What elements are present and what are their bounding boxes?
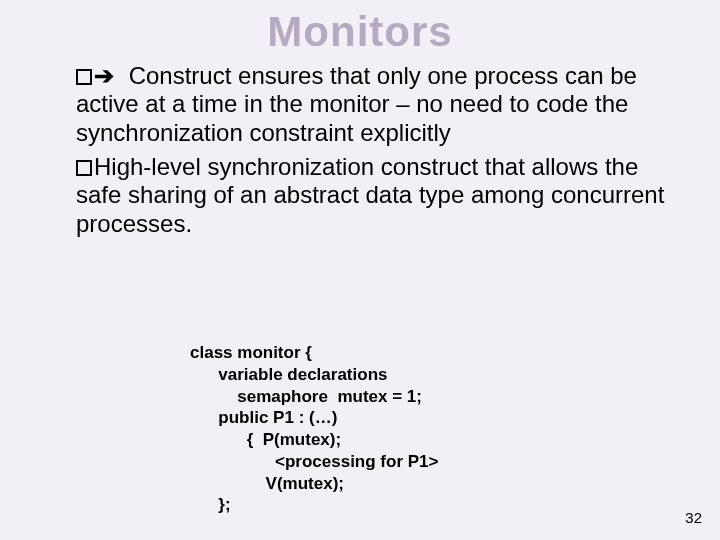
code-line-7: }; xyxy=(190,495,231,514)
bullet-1-text: Construct ensures that only one process … xyxy=(76,62,637,146)
bullet-marker-square-icon xyxy=(76,153,94,181)
code-block: class monitor { variable declarations se… xyxy=(190,342,438,516)
code-line-5: <processing for P1> xyxy=(190,452,438,471)
code-line-0: class monitor { xyxy=(190,343,312,362)
bullet-2-text: High-level synchronization construct tha… xyxy=(76,153,664,237)
code-line-2: semaphore mutex = 1; xyxy=(190,387,422,406)
slide-body: ➔ Construct ensures that only one proces… xyxy=(76,62,666,244)
code-line-4: { P(mutex); xyxy=(190,430,341,449)
bullet-1: ➔ Construct ensures that only one proces… xyxy=(76,62,666,147)
slide: Monitors ➔ Construct ensures that only o… xyxy=(0,0,720,540)
code-line-6: V(mutex); xyxy=(190,474,344,493)
code-line-3: public P1 : (…) xyxy=(190,408,337,427)
page-number: 32 xyxy=(685,509,702,526)
arrow-icon: ➔ xyxy=(94,62,114,89)
bullet-marker-square-icon xyxy=(76,62,94,90)
bullet-2: High-level synchronization construct tha… xyxy=(76,153,666,238)
slide-title: Monitors xyxy=(0,8,720,56)
code-line-1: variable declarations xyxy=(190,365,387,384)
